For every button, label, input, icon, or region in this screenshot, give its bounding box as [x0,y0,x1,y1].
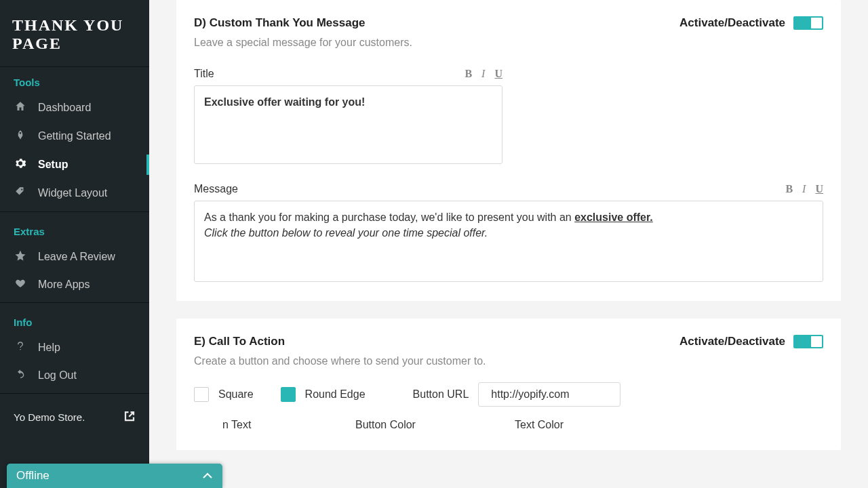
round-label: Round Edge [305,388,366,401]
divider [0,211,149,212]
section-extras: Extras [0,216,149,243]
toggle-label: Activate/Deactivate [679,16,785,30]
card-d-sub: Leave a special message for your custome… [194,37,412,49]
divider [0,302,149,303]
sidebar-item-label: Help [38,342,60,354]
bold-button[interactable]: B [465,68,472,80]
url-input[interactable] [478,382,620,407]
bold-button[interactable]: B [785,183,793,195]
heart-icon [14,278,27,291]
title-field-label: Title [194,68,214,80]
store-link[interactable]: Yo Demo Store. [0,398,149,434]
button-color-label: Button Color [355,419,515,431]
message-text: As a thank you for making a purchase tod… [204,211,574,223]
sidebar-item-widget-layout[interactable]: Widget Layout [0,179,149,207]
toggle-d[interactable] [793,16,823,30]
main-content: D) Custom Thank You Message Leave a spec… [149,0,868,488]
toggle-e[interactable] [793,335,823,348]
checkbox-square[interactable] [194,387,209,402]
sidebar-item-label: Dashboard [38,102,91,114]
message-field-label: Message [194,183,238,195]
sidebar-item-label: Getting Started [38,130,111,142]
sidebar: THANK YOU PAGE Tools Dashboard Getting S… [0,0,149,488]
rocket-icon [14,129,27,144]
format-controls-message: B I U [785,183,823,195]
checkbox-round[interactable] [281,387,296,402]
card-e-title: E) Call To Action [194,335,486,348]
logo: THANK YOU PAGE [0,0,149,67]
sidebar-item-label: Setup [38,159,68,171]
gear-icon [14,157,27,172]
sidebar-item-help[interactable]: Help [0,333,149,362]
message-editor[interactable]: As a thank you for making a purchase tod… [194,201,823,282]
sidebar-item-label: Widget Layout [38,187,107,199]
sidebar-item-getting-started[interactable]: Getting Started [0,122,149,150]
section-info: Info [0,307,149,333]
tag-icon [14,186,27,201]
card-d-title: D) Custom Thank You Message [194,16,412,30]
sidebar-item-label: Leave A Review [38,251,115,263]
question-icon [14,340,27,355]
title-value: Exclusive offer waiting for you! [204,96,365,108]
message-line2: Click the button below to reveal your on… [204,227,488,239]
message-underline: exclusive offer. [574,211,653,223]
card-call-to-action: E) Call To Action Create a button and ch… [176,319,841,450]
button-text-label: n Text [194,419,355,431]
url-label: Button URL [413,388,469,401]
home-icon [14,100,27,115]
sidebar-item-logout[interactable]: Log Out [0,362,149,389]
external-link-icon [123,410,136,424]
format-controls-title: B I U [465,68,502,80]
offline-label: Offline [16,469,50,483]
underline-button[interactable]: U [494,68,502,80]
sidebar-item-review[interactable]: Leave A Review [0,243,149,271]
card-e-sub: Create a button and choose where to send… [194,355,486,367]
sidebar-item-setup[interactable]: Setup [0,150,149,179]
offline-bar[interactable]: Offline [7,464,222,488]
sidebar-item-label: More Apps [38,279,90,291]
title-editor[interactable]: Exclusive offer waiting for you! [194,85,502,164]
divider [0,393,149,394]
logo-text: THANK YOU PAGE [12,16,123,52]
toggle-label: Activate/Deactivate [679,335,785,348]
store-name: Yo Demo Store. [14,411,85,423]
undo-icon [14,369,27,382]
italic-button[interactable]: I [481,68,485,80]
sidebar-item-moreapps[interactable]: More Apps [0,271,149,298]
italic-button[interactable]: I [802,183,806,195]
sidebar-item-label: Log Out [38,369,77,382]
section-tools: Tools [0,67,149,94]
star-icon [14,249,27,264]
sidebar-item-dashboard[interactable]: Dashboard [0,94,149,122]
square-label: Square [218,388,254,401]
underline-button[interactable]: U [815,183,823,195]
card-custom-message: D) Custom Thank You Message Leave a spec… [176,0,841,301]
chevron-up-icon [202,469,213,483]
text-color-label: Text Color [515,419,564,431]
